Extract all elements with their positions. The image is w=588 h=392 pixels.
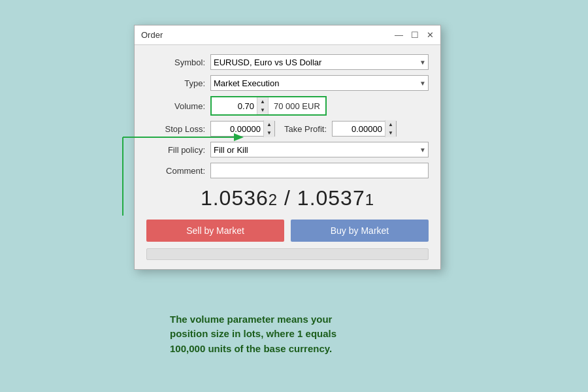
dialog-title: Order <box>141 30 163 40</box>
takeprofit-spinner: ▲ ▼ <box>385 120 396 137</box>
fillpolicy-label: Fill policy: <box>146 145 205 155</box>
takeprofit-input-group: ▲ ▼ <box>332 121 397 137</box>
symbol-select-wrapper: EURUSD, Euro vs US Dollar ▼ <box>210 54 429 70</box>
minimize-button[interactable]: — <box>395 31 403 39</box>
maximize-button[interactable]: ☐ <box>411 31 419 39</box>
sl-tp-row: Stop Loss: ▲ ▼ Take Profit: ▲ ▼ <box>146 121 429 137</box>
type-label: Type: <box>146 78 205 88</box>
type-select[interactable]: Market Execution <box>210 75 429 91</box>
dialog-titlebar: Order — ☐ ✕ <box>135 25 440 45</box>
close-button[interactable]: ✕ <box>427 31 434 39</box>
stoploss-label: Stop Loss: <box>146 124 205 134</box>
annotation: The volume parameter means your position… <box>20 312 366 357</box>
annotation-text: The volume parameter means your position… <box>170 312 366 357</box>
stoploss-spinner: ▲ ▼ <box>263 120 274 137</box>
takeprofit-label: Take Profit: <box>284 124 327 134</box>
ask-price-small: 1 <box>365 191 374 208</box>
volume-eur-label: 70 000 EUR <box>269 101 325 111</box>
volume-decrement-button[interactable]: ▼ <box>257 106 268 114</box>
bid-price-main: 1.0536 <box>201 186 269 210</box>
stoploss-decrement-button[interactable]: ▼ <box>264 129 274 137</box>
order-dialog: Order — ☐ ✕ Symbol: EURUSD, Euro vs US D… <box>134 25 441 270</box>
volume-input-wrapper: ▲ ▼ <box>212 97 269 114</box>
fillpolicy-select[interactable]: Fill or Kill <box>210 142 429 157</box>
takeprofit-decrement-button[interactable]: ▼ <box>385 129 396 137</box>
type-row: Type: Market Execution ▼ <box>146 75 429 91</box>
symbol-row: Symbol: EURUSD, Euro vs US Dollar ▼ <box>146 54 429 70</box>
progress-bar <box>146 248 429 260</box>
stoploss-increment-button[interactable]: ▲ <box>264 120 274 129</box>
action-buttons-row: Sell by Market Buy by Market <box>146 220 429 242</box>
symbol-label: Symbol: <box>146 57 205 67</box>
volume-increment-button[interactable]: ▲ <box>257 97 268 106</box>
type-select-wrapper: Market Execution ▼ <box>210 75 429 91</box>
volume-label: Volume: <box>146 101 205 111</box>
stoploss-input[interactable] <box>211 122 263 136</box>
comment-row: Comment: <box>146 163 429 178</box>
fillpolicy-select-wrapper: Fill or Kill ▼ <box>210 142 429 157</box>
comment-label: Comment: <box>146 166 205 176</box>
volume-spinner: ▲ ▼ <box>257 97 269 114</box>
volume-input[interactable] <box>212 97 257 114</box>
bid-price-small: 2 <box>269 191 278 208</box>
dialog-controls: — ☐ ✕ <box>395 31 434 39</box>
buy-by-market-button[interactable]: Buy by Market <box>291 220 429 242</box>
comment-input[interactable] <box>210 163 429 178</box>
sell-by-market-button[interactable]: Sell by Market <box>146 220 284 242</box>
fillpolicy-row: Fill policy: Fill or Kill ▼ <box>146 142 429 157</box>
volume-highlighted-wrapper: ▲ ▼ 70 000 EUR <box>210 96 327 116</box>
stoploss-input-group: ▲ ▼ <box>210 121 275 137</box>
ask-price-main: 1.0537 <box>297 186 365 210</box>
takeprofit-increment-button[interactable]: ▲ <box>385 120 396 129</box>
symbol-select[interactable]: EURUSD, Euro vs US Dollar <box>210 54 429 70</box>
dialog-body: Symbol: EURUSD, Euro vs US Dollar ▼ Type… <box>135 45 440 269</box>
price-separator: / <box>278 186 297 210</box>
volume-row: Volume: ▲ ▼ 70 000 EUR <box>146 96 429 116</box>
takeprofit-input[interactable] <box>333 122 385 136</box>
price-display: 1.05362 / 1.05371 <box>146 186 429 210</box>
